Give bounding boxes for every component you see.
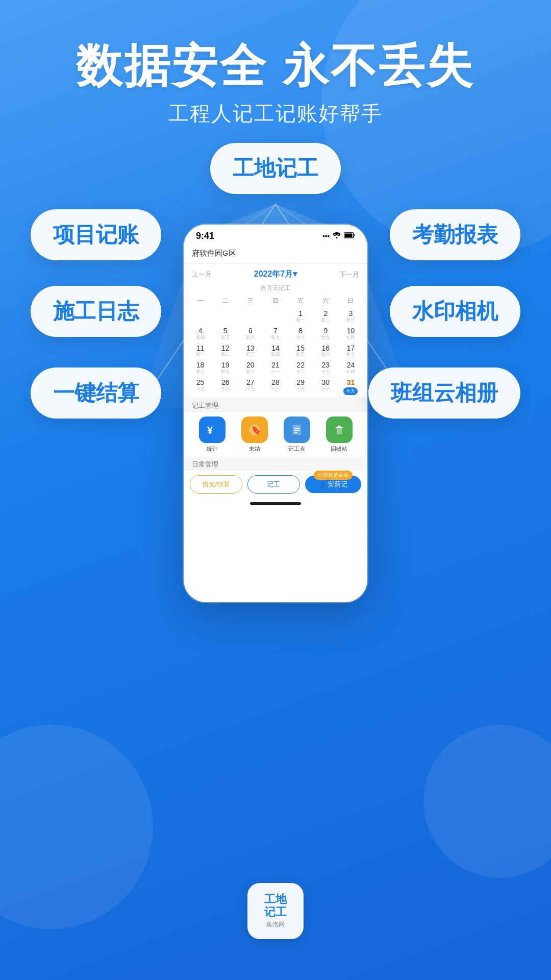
cal-cell[interactable]: 24十四	[338, 359, 363, 376]
main-title: 数据安全 永不丢失	[0, 41, 551, 91]
cal-cell[interactable]: 15初五	[288, 342, 313, 359]
cal-cell[interactable]: 1初一	[288, 307, 313, 325]
cal-cell[interactable]: 16初六	[313, 342, 338, 359]
weekday-2: 二	[213, 295, 238, 307]
jigongbiao-label: 记工表	[288, 445, 305, 453]
svg-rect-16	[337, 428, 342, 434]
calendar-nav: 上一月 2022年7月▾ 下一月	[184, 264, 367, 282]
cal-cell[interactable]: 14初四	[263, 342, 288, 359]
home-bar	[250, 502, 301, 505]
cal-cell[interactable]: 28十八	[263, 376, 288, 397]
cal-cell[interactable]: 4初四	[188, 325, 213, 342]
phone-home-indicator	[184, 499, 367, 509]
cal-cell[interactable]: 11初一	[188, 342, 213, 359]
cal-cell[interactable]: 23十三	[313, 359, 338, 376]
jigong-icons-row: ¥ 统计 🔖 未结	[184, 412, 367, 457]
header: 数据安全 永不丢失 工程人记工记账好帮手	[0, 0, 551, 128]
btn-salary-record[interactable]: 记得就是证据 👤安薪记	[305, 476, 362, 493]
no-record-text: 当月无记工	[184, 282, 367, 295]
weekday-4: 四	[263, 295, 288, 307]
cal-cell[interactable]: 19初九	[213, 359, 238, 376]
cal-cell-today[interactable]: 31 今天	[338, 376, 363, 397]
phone-time: 9:41	[196, 231, 214, 241]
bg-decoration-3	[423, 725, 551, 878]
tongji-label: 统计	[207, 445, 218, 453]
salary-badge: 记得就是证据	[314, 471, 353, 480]
cal-cell[interactable]: 8七八	[288, 325, 313, 342]
svg-rect-13	[294, 428, 299, 429]
weijie-icon-box: 🔖	[241, 416, 268, 443]
phone-status-bar: 9:41 ▪▪▪	[184, 225, 367, 244]
cal-cell[interactable]: 29十九	[288, 376, 313, 397]
cal-cell[interactable]: 20初十	[238, 359, 263, 376]
svg-text:¥: ¥	[207, 425, 213, 436]
feature-card-xiangmu: 项目记账	[31, 209, 161, 260]
calendar-title[interactable]: 2022年7月▾	[254, 269, 297, 280]
svg-rect-18	[338, 426, 341, 427]
cal-cell[interactable]: 3初三	[338, 307, 363, 325]
calendar-grid: 一 二 三 四 五 六 日 - - - - 1初一 2初二 3初三 4初四	[184, 295, 367, 397]
cal-cell[interactable]: 10七月	[338, 325, 363, 342]
bg-decoration-2	[0, 725, 153, 929]
weekday-7: 日	[338, 295, 363, 307]
cal-cell[interactable]: 2初二	[313, 307, 338, 325]
wifi-icon	[333, 232, 341, 240]
user-icon: 👤	[319, 481, 327, 488]
app-icon-section: 工地 记工 鱼泡网	[247, 883, 304, 939]
cal-cell[interactable]: 26十六	[213, 376, 238, 397]
icon-weijie[interactable]: 🔖 未结	[234, 416, 274, 453]
huishouzhan-label: 回收站	[331, 445, 347, 453]
cal-cell[interactable]: 22十二	[288, 359, 313, 376]
cal-cell[interactable]: -	[238, 307, 263, 325]
app-icon-box: 工地 记工 鱼泡网	[247, 883, 304, 939]
feature-card-shuiyin: 水印相机	[390, 286, 520, 337]
calendar-next[interactable]: 下一月	[339, 270, 359, 279]
phone-status-icons: ▪▪▪	[322, 232, 355, 240]
section-richang-title: 日常管理	[184, 457, 367, 471]
weijie-label: 未结	[249, 445, 260, 453]
app-icon-main-text: 工地 记工	[264, 893, 287, 918]
feature-card-yijian: 一键结算	[31, 368, 161, 419]
tongji-icon-box: ¥	[199, 416, 226, 443]
svg-rect-15	[294, 432, 297, 433]
phone-mockup: 9:41 ▪▪▪ 府软件园G区 上一月 2022年7月▾ 下一月 当月无记工	[184, 225, 367, 602]
features-area: 工地记工 项目记账 考勤报表 施工日志 水印相机 一键结算 班组云相册 9:41…	[0, 143, 551, 628]
signal-icon: ▪▪▪	[322, 232, 330, 240]
svg-rect-14	[294, 430, 299, 431]
svg-point-6	[336, 237, 338, 239]
cal-cell[interactable]: 27十七	[238, 376, 263, 397]
cal-cell[interactable]: 13初三	[238, 342, 263, 359]
btn-record-work[interactable]: 记工	[247, 475, 300, 494]
svg-rect-8	[345, 234, 353, 237]
cal-cell[interactable]: 30廿十	[313, 376, 338, 397]
subtitle: 工程人记工记账好帮手	[0, 100, 551, 128]
icon-tongji[interactable]: ¥ 统计	[192, 416, 232, 453]
cal-cell[interactable]: 25十五	[188, 376, 213, 397]
cal-cell[interactable]: 9廿九	[313, 325, 338, 342]
location-text: 府软件园G区	[192, 249, 236, 257]
icon-huishouzhan[interactable]: 回收站	[319, 416, 359, 453]
feature-card-shigong: 施工日志	[31, 286, 161, 337]
phone-bottom-bar: 借支/结算 记工 记得就是证据 👤安薪记	[184, 471, 367, 499]
cal-cell[interactable]: 17初七	[338, 342, 363, 359]
weekday-3: 三	[238, 295, 263, 307]
cal-cell[interactable]: 6初六	[238, 325, 263, 342]
phone-location-header: 府软件园G区	[184, 244, 367, 264]
feature-card-center: 工地记工	[210, 143, 341, 194]
svg-text:🔖: 🔖	[251, 425, 261, 435]
calendar-prev[interactable]: 上一月	[192, 270, 212, 279]
cal-cell[interactable]: 21十一	[263, 359, 288, 376]
cal-cell[interactable]: 12初二	[213, 342, 238, 359]
cal-cell[interactable]: -	[263, 307, 288, 325]
cal-cell[interactable]: -	[188, 307, 213, 325]
icon-jigongbiao[interactable]: 记工表	[277, 416, 317, 453]
cal-cell[interactable]: 7初七	[263, 325, 288, 342]
section-jigong-title: 记工管理	[184, 397, 367, 412]
cal-cell[interactable]: -	[213, 307, 238, 325]
btn-borrow-settle[interactable]: 借支/结算	[190, 475, 242, 494]
app-icon-sub-text: 鱼泡网	[266, 920, 285, 929]
cal-cell[interactable]: 18初八	[188, 359, 213, 376]
weekday-1: 一	[188, 295, 213, 307]
battery-icon	[344, 232, 355, 240]
cal-cell[interactable]: 5初五	[213, 325, 238, 342]
